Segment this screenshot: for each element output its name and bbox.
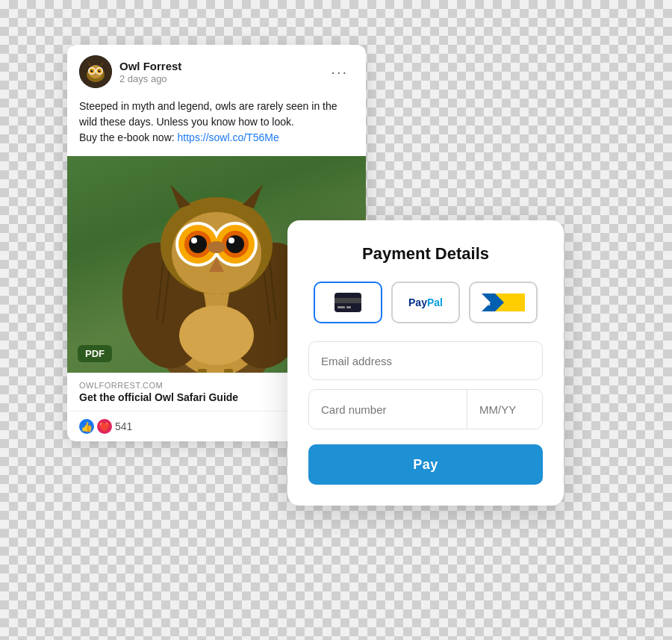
love-icon: ❤️ bbox=[97, 419, 112, 434]
svg-text:B: B bbox=[486, 300, 491, 307]
post-text: Steeped in myth and legend, owls are rar… bbox=[67, 99, 366, 156]
svg-point-9 bbox=[92, 70, 93, 71]
user-info: Owl Forrest 2 days ago bbox=[119, 60, 325, 84]
payment-methods: PayPal B bbox=[308, 282, 543, 323]
payment-card: Payment Details PayPal B bbox=[287, 220, 564, 506]
pay-button[interactable]: Pay bbox=[308, 444, 543, 485]
post-time: 2 days ago bbox=[119, 73, 325, 84]
svg-point-36 bbox=[208, 241, 225, 253]
payment-inputs bbox=[308, 341, 543, 429]
payment-method-card[interactable] bbox=[314, 282, 382, 323]
expiry-input[interactable] bbox=[467, 390, 542, 429]
paypal-logo: PayPal bbox=[408, 296, 443, 308]
svg-point-35 bbox=[228, 237, 234, 243]
svg-point-10 bbox=[99, 70, 100, 71]
more-options-button[interactable]: ··· bbox=[325, 60, 354, 84]
social-card-header: Owl Forrest 2 days ago ··· bbox=[67, 45, 366, 99]
payment-method-paypal[interactable]: PayPal bbox=[391, 282, 460, 323]
svg-point-7 bbox=[90, 69, 93, 72]
svg-rect-40 bbox=[224, 369, 233, 373]
svg-point-38 bbox=[179, 305, 254, 365]
bancontact-logo: B bbox=[482, 289, 525, 316]
svg-point-33 bbox=[226, 235, 244, 253]
svg-marker-25 bbox=[243, 184, 263, 208]
reactions-left: 👍 ❤️ 541 bbox=[79, 419, 132, 434]
svg-marker-24 bbox=[170, 184, 190, 208]
reactions-count: 541 bbox=[115, 420, 132, 432]
payment-title: Payment Details bbox=[308, 244, 543, 264]
card-icon bbox=[335, 293, 361, 312]
payment-method-bancontact[interactable]: B bbox=[469, 282, 538, 323]
svg-rect-39 bbox=[198, 369, 207, 373]
card-row bbox=[308, 389, 543, 429]
avatar bbox=[79, 55, 112, 88]
card-number-input[interactable] bbox=[309, 390, 467, 429]
email-input[interactable] bbox=[308, 341, 543, 380]
svg-rect-42 bbox=[335, 298, 361, 303]
pdf-badge: PDF bbox=[78, 345, 112, 362]
svg-point-8 bbox=[98, 69, 101, 72]
svg-rect-44 bbox=[346, 306, 351, 308]
svg-point-32 bbox=[189, 235, 207, 253]
svg-rect-43 bbox=[337, 306, 345, 308]
user-name: Owl Forrest bbox=[119, 60, 325, 72]
like-icon: 👍 bbox=[79, 419, 94, 434]
post-link[interactable]: https://sowl.co/T56Me bbox=[178, 131, 279, 143]
svg-point-34 bbox=[191, 237, 197, 243]
